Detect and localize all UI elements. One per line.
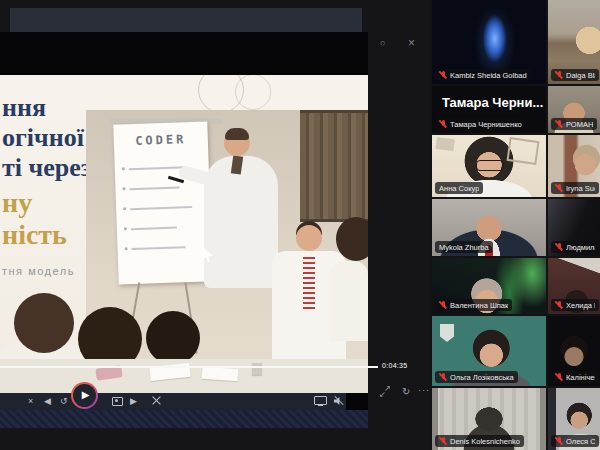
participant-tile[interactable]: Анна Сокур: [432, 135, 546, 197]
participant-tile[interactable]: Denis Kolesnichenko: [432, 388, 546, 450]
participant-nametag: Тамара Чернишенко: [435, 118, 526, 130]
participant-nametag: Denis Kolesnichenko: [435, 435, 524, 447]
participant-nametag: Валентина Шпак: [435, 299, 512, 311]
shuffle-off-icon[interactable]: [152, 396, 161, 405]
bookshelf: [300, 110, 368, 222]
participants-panel: Kambiz Sheida Golbad Daiga Bla... Тамара…: [430, 0, 600, 450]
slide-title-gold-line: ність: [2, 219, 67, 251]
next-icon[interactable]: ▶: [130, 395, 137, 408]
participant-tile[interactable]: Валентина Шпак: [432, 258, 546, 314]
close-icon[interactable]: ×: [408, 36, 415, 50]
record-dot-icon[interactable]: ○: [380, 39, 385, 48]
previous-icon[interactable]: ◀: [44, 395, 51, 408]
flipchart-line: [132, 246, 186, 250]
participant-name: Хелида Ес...: [566, 301, 595, 310]
participant-name: Mykola Zhurba: [439, 243, 489, 252]
participant-name: Тамара Чернишенко: [450, 120, 522, 129]
participant-tile[interactable]: Iryna Such...: [548, 135, 600, 197]
video-bottom-band: [0, 410, 368, 428]
floating-window-controls: ○ ×: [376, 36, 430, 52]
play-button[interactable]: ▶: [71, 382, 98, 409]
participant-tile[interactable]: Mykola Zhurba: [432, 199, 546, 256]
muted-mic-icon: [555, 437, 563, 446]
window-title-bar: [10, 8, 362, 32]
flipchart: CODER: [113, 121, 213, 284]
participant-tile[interactable]: Олеся Сте...: [548, 388, 600, 450]
close-icon[interactable]: ×: [28, 395, 33, 408]
fullscreen-icon-2[interactable]: ↙: [379, 390, 386, 399]
slide-title-line: ті через: [2, 153, 91, 183]
participant-nametag: Анна Сокур: [435, 182, 483, 194]
participant-name: Калінічен...: [566, 373, 595, 382]
participant-name: Ольга Лозіковська: [450, 373, 514, 382]
participant-tile[interactable]: Daiga Bla...: [548, 0, 600, 84]
view-controls: ↗ ↙ ↻ ···: [378, 386, 430, 402]
teacher-head: [224, 130, 250, 156]
participant-name: РОМАН: [566, 120, 593, 129]
participant-name: Олеся Сте...: [566, 437, 595, 446]
participant-tile[interactable]: Тамара Черни... Тамара Чернишенко: [432, 86, 546, 133]
presentation-slide: ння огічної ті через ну ність тня модель…: [0, 75, 368, 393]
participant-tile[interactable]: Хелида Ес...: [548, 258, 600, 314]
participant-tile[interactable]: Людмила...: [548, 199, 600, 256]
slide-subtitle: тня модель: [2, 265, 75, 277]
participant-nametag: Калінічен...: [551, 371, 599, 383]
muted-mic-icon: [555, 243, 563, 252]
muted-mic-icon: [439, 71, 447, 80]
participant-tile[interactable]: Калінічен...: [548, 316, 600, 386]
muted-mic-icon: [439, 301, 447, 310]
participant-nametag: Хелида Ес...: [551, 299, 599, 311]
muted-mic-icon: [439, 373, 447, 382]
slide-title-gold-line: ну: [2, 187, 32, 219]
student-face: [296, 225, 322, 251]
student-head: [14, 293, 74, 353]
participant-name: Iryna Such...: [566, 184, 595, 193]
muted-mic-icon: [555, 120, 563, 129]
cup: [252, 363, 262, 375]
muted-mic-icon: [439, 437, 447, 446]
muted-mic-icon: [555, 184, 563, 193]
participant-tile[interactable]: Ольга Лозіковська: [432, 316, 546, 386]
slide-logo-circles: [198, 75, 244, 113]
student-head: [336, 217, 368, 261]
paper-sheet: [202, 367, 239, 381]
muted-mic-icon: [555, 71, 563, 80]
muted-mic-icon: [555, 301, 563, 310]
flipchart-line: [131, 227, 177, 231]
participant-nametag: Олеся Сте...: [551, 435, 599, 447]
more-icon[interactable]: ···: [418, 385, 430, 395]
participant-nametag: Mykola Zhurba: [435, 241, 493, 253]
participant-nametag: Ольга Лозіковська: [435, 371, 518, 383]
shared-screen-area: ○ × ння огічної ті через ну ність тня мо…: [0, 0, 430, 450]
slide-title-line: ння: [2, 93, 46, 123]
camera-icon[interactable]: [112, 397, 123, 406]
participant-display-name: Тамара Черни...: [442, 95, 543, 110]
flipchart-text: CODER: [114, 131, 208, 148]
participant-name: Людмила...: [566, 243, 595, 252]
embroidery-pattern: [303, 257, 315, 309]
display-icon[interactable]: [314, 396, 327, 405]
participant-name: Denis Kolesnichenko: [450, 437, 520, 446]
participant-name: Daiga Bla...: [566, 71, 595, 80]
playback-time: 0:04:35: [382, 362, 407, 369]
participant-name: Валентина Шпак: [450, 301, 508, 310]
rotate-icon[interactable]: ↺: [60, 395, 68, 408]
restart-icon[interactable]: ↻: [402, 386, 410, 397]
participant-name: Kambiz Sheida Golbad: [450, 71, 527, 80]
zoom-app-window: ○ × ння огічної ті через ну ність тня мо…: [0, 0, 600, 450]
player-controls-bar: × ◀ ↺ ▶: [0, 393, 346, 410]
flipchart-line: [130, 206, 192, 210]
flipchart-line: [129, 166, 187, 170]
participant-nametag: РОМАН: [551, 118, 597, 130]
participant-nametag: Iryna Such...: [551, 182, 599, 194]
muted-mic-icon: [555, 373, 563, 382]
muted-mic-icon: [439, 120, 447, 129]
participant-tile[interactable]: Kambiz Sheida Golbad: [432, 0, 546, 84]
participant-tile[interactable]: РОМАН: [548, 86, 600, 133]
student-head: [146, 311, 200, 365]
flipchart-line: [129, 186, 179, 190]
shared-video-frame: ння огічної ті через ну ність тня модель…: [0, 32, 368, 428]
participant-nametag: Kambiz Sheida Golbad: [435, 69, 531, 81]
slide-title-line: огічної: [2, 123, 84, 153]
progress-bar[interactable]: [0, 366, 378, 368]
